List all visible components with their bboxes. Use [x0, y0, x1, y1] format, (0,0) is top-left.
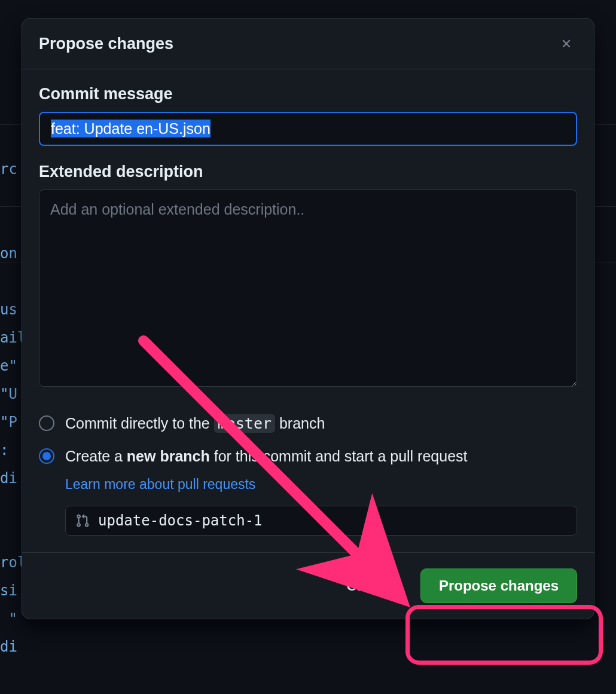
commit-message-label: Commit message — [39, 85, 577, 103]
extended-description-label: Extended description — [39, 163, 577, 181]
commit-message-value: feat: Update en-US.json — [51, 120, 211, 137]
branch-name-input[interactable] — [98, 512, 567, 529]
commit-new-branch-label: Create a new branch for this commit and … — [65, 446, 468, 467]
radio-checked-icon — [39, 448, 54, 464]
commit-direct-option[interactable]: Commit directly to the master branch — [39, 407, 577, 440]
commit-target-radiogroup: Commit directly to the master branch Cre… — [39, 407, 577, 536]
commit-message-field: Commit message feat: Update en-US.json — [39, 85, 577, 146]
branch-name-field[interactable] — [65, 506, 577, 536]
close-icon — [560, 37, 573, 50]
dialog-title: Propose changes — [39, 35, 173, 53]
commit-message-input[interactable]: feat: Update en-US.json — [39, 112, 577, 146]
extended-description-field: Extended description — [39, 163, 577, 389]
extended-description-textarea[interactable] — [39, 189, 577, 387]
branch-name-code: master — [214, 414, 275, 433]
radio-unchecked-icon — [39, 415, 54, 431]
git-pull-request-icon — [75, 513, 90, 528]
dialog-header: Propose changes — [22, 19, 594, 69]
cancel-button[interactable]: Cancel — [330, 568, 410, 603]
dialog-footer: Cancel Propose changes — [22, 552, 594, 619]
close-button[interactable] — [556, 33, 577, 54]
propose-changes-button[interactable]: Propose changes — [420, 568, 577, 603]
commit-direct-label: Commit directly to the master branch — [65, 413, 325, 434]
propose-changes-dialog: Propose changes Commit message feat: Upd… — [22, 18, 594, 619]
learn-more-link[interactable]: Learn more about pull requests — [65, 476, 255, 493]
dialog-body: Commit message feat: Update en-US.json E… — [22, 69, 594, 552]
commit-new-branch-option[interactable]: Create a new branch for this commit and … — [39, 440, 577, 473]
